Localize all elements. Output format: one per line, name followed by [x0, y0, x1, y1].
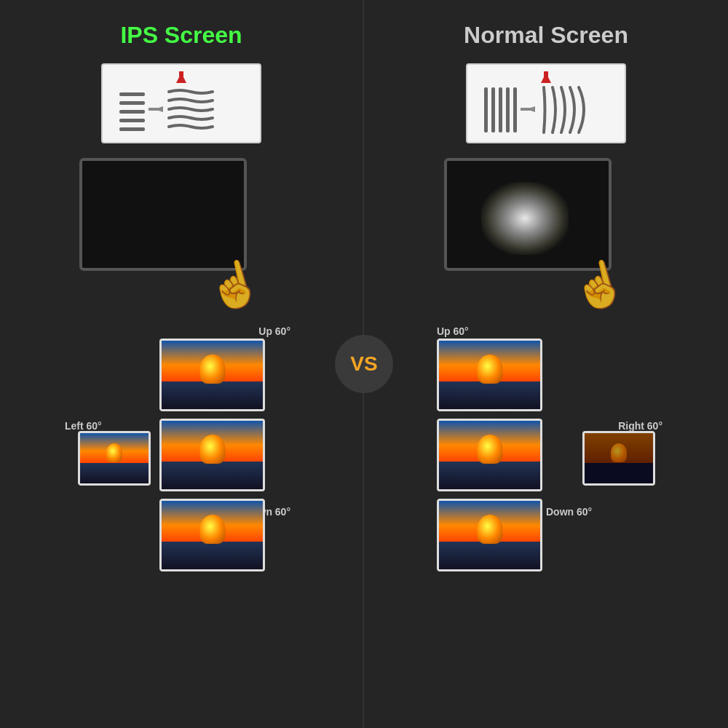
ips-grid: Up 60° Left 60° — [65, 325, 298, 529]
normal-monitor — [444, 158, 612, 271]
normal-down-thumb — [437, 499, 542, 571]
ips-left-thumb — [78, 431, 151, 486]
normal-molecule-diagram — [466, 63, 626, 143]
svg-rect-15 — [513, 87, 517, 132]
ips-up-thumb — [159, 339, 265, 411]
svg-rect-2 — [119, 92, 145, 96]
normal-down-label: Down 60° — [546, 506, 592, 518]
normal-molecule-svg — [470, 67, 622, 140]
normal-right-label: Right 60° — [618, 420, 662, 432]
normal-screen-section: ☝️ — [444, 158, 648, 304]
ips-angle-section: Up 60° Left 60° — [15, 318, 348, 706]
normal-up-thumb — [437, 339, 542, 411]
normal-angle-section: Up 60° Right 60° — [379, 318, 713, 706]
vs-circle: VS — [335, 335, 393, 393]
ips-monitor — [79, 158, 247, 271]
screen-glow — [481, 182, 569, 255]
ips-down-balloon — [162, 501, 263, 569]
svg-rect-12 — [491, 87, 495, 132]
ips-molecule-svg — [105, 67, 258, 140]
normal-grid: Up 60° Right 60° — [430, 325, 662, 529]
vs-text: VS — [350, 352, 377, 376]
ips-panel: IPS Screen — [0, 0, 364, 728]
normal-right-thumb — [582, 431, 655, 486]
normal-right-balloon — [585, 433, 653, 483]
normal-up-balloon — [439, 341, 540, 409]
normal-center-thumb — [437, 419, 542, 491]
svg-rect-17 — [521, 108, 535, 111]
svg-rect-3 — [119, 101, 145, 105]
ips-center-thumb — [159, 419, 265, 491]
svg-rect-10 — [544, 71, 548, 82]
svg-rect-5 — [119, 119, 145, 122]
ips-up-label: Up 60° — [258, 325, 290, 337]
ips-molecule-diagram — [101, 63, 261, 143]
ips-left-balloon — [80, 433, 149, 483]
normal-title: Normal Screen — [464, 22, 628, 49]
svg-rect-6 — [119, 127, 145, 131]
normal-down-balloon — [439, 501, 540, 569]
ips-up-balloon — [162, 341, 263, 409]
svg-rect-13 — [499, 87, 502, 132]
ips-down-thumb — [159, 499, 265, 571]
ips-title: IPS Screen — [120, 22, 242, 49]
ips-left-label: Left 60° — [65, 420, 102, 432]
svg-rect-1 — [179, 71, 183, 82]
normal-up-label: Up 60° — [437, 325, 469, 337]
svg-rect-14 — [506, 87, 510, 132]
normal-center-balloon — [439, 421, 540, 489]
svg-rect-4 — [119, 110, 145, 114]
svg-rect-8 — [149, 108, 163, 111]
ips-screen-section: ☝️ — [79, 158, 283, 304]
ips-center-balloon — [162, 421, 263, 489]
svg-rect-11 — [484, 87, 488, 132]
normal-panel: Normal Screen — [364, 0, 728, 728]
main-container: IPS Screen — [0, 0, 728, 728]
